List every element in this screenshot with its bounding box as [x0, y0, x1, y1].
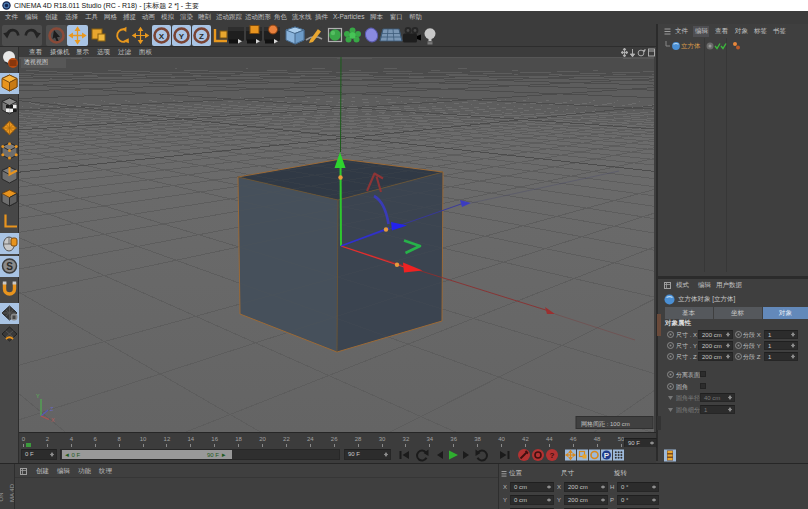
svg-text:Y: Y: [36, 393, 40, 399]
svg-text:Y: Y: [179, 32, 185, 41]
svg-text:Z: Z: [199, 32, 204, 41]
svg-text:?: ?: [550, 451, 555, 460]
svg-text:X: X: [159, 32, 165, 41]
svg-text:X: X: [51, 417, 55, 423]
svg-text:P: P: [604, 451, 610, 460]
svg-text:S: S: [6, 261, 13, 272]
svg-text:网格间距 : 100 cm: 网格间距 : 100 cm: [581, 420, 630, 428]
